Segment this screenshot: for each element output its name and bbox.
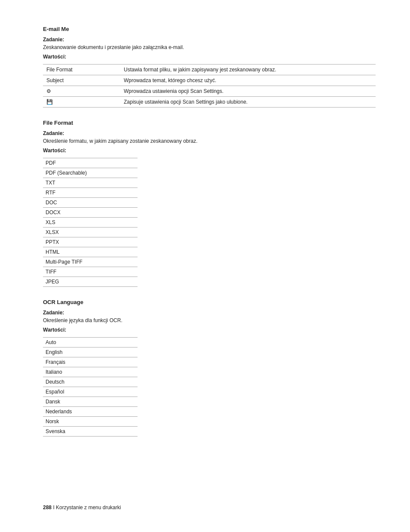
footer-text: Korzystanie z menu drukarki bbox=[56, 504, 121, 510]
list-item: PDF (Searchable) bbox=[43, 168, 138, 178]
file-format-section: File Format Zadanie: Określenie formatu,… bbox=[43, 120, 376, 287]
list-item: Auto bbox=[43, 338, 138, 347]
list-item: HTML bbox=[43, 247, 138, 257]
footer-separator: I bbox=[53, 504, 54, 510]
list-item-value: TXT bbox=[43, 178, 138, 188]
table-cell-col2: Ustawia format pliku, w jakim zapisywany… bbox=[120, 65, 376, 75]
list-item: XLS bbox=[43, 218, 138, 228]
list-item-value: English bbox=[43, 347, 138, 357]
list-item: English bbox=[43, 347, 138, 357]
table-cell-col1: Subject bbox=[43, 75, 120, 86]
list-item-value: XLS bbox=[43, 218, 138, 228]
list-item-value: TIFF bbox=[43, 267, 138, 277]
list-item: Norsk bbox=[43, 417, 138, 427]
list-item-value: Norsk bbox=[43, 417, 138, 427]
list-item: Italiano bbox=[43, 367, 138, 377]
file-format-zadanie-text: Określenie formatu, w jakim zapisany zos… bbox=[43, 138, 376, 144]
ocr-language-section: OCR Language Zadanie: Określenie języka … bbox=[43, 299, 376, 437]
list-item-value: DOC bbox=[43, 198, 138, 208]
file-format-title: File Format bbox=[43, 120, 376, 126]
ocr-language-title: OCR Language bbox=[43, 299, 376, 305]
list-item-value: Français bbox=[43, 357, 138, 367]
table-row: Subject Wprowadza temat, którego chcesz … bbox=[43, 75, 376, 86]
list-item: DOC bbox=[43, 198, 138, 208]
list-item: DOCX bbox=[43, 208, 138, 218]
list-item: XLSX bbox=[43, 228, 138, 237]
file-format-zadanie-label: Zadanie: bbox=[43, 130, 376, 136]
file-format-value-list: PDFPDF (Searchable)TXTRTFDOCDOCXXLSXLSXP… bbox=[43, 158, 138, 287]
table-cell-icon-gear: ⚙ bbox=[43, 86, 120, 97]
list-item: TIFF bbox=[43, 267, 138, 277]
ocr-language-wartosci-label: Wartości: bbox=[43, 327, 376, 333]
ocr-language-zadanie-label: Zadanie: bbox=[43, 310, 376, 316]
list-item-value: XLSX bbox=[43, 228, 138, 237]
list-item: Dansk bbox=[43, 397, 138, 407]
email-me-title: E-mail Me bbox=[43, 26, 376, 32]
list-item: TXT bbox=[43, 178, 138, 188]
list-item-value: Auto bbox=[43, 338, 138, 347]
list-item-value: Nederlands bbox=[43, 407, 138, 417]
list-item-value: JPEG bbox=[43, 277, 138, 287]
email-me-wartosci-label: Wartości: bbox=[43, 54, 376, 60]
email-me-zadanie-text: Zeskanowanie dokumentu i przesłanie jako… bbox=[43, 44, 376, 50]
gear-icon: ⚙ bbox=[46, 88, 51, 94]
list-item: PPTX bbox=[43, 237, 138, 247]
list-item: Svenska bbox=[43, 427, 138, 437]
email-me-zadanie-label: Zadanie: bbox=[43, 37, 376, 43]
list-item: RTF bbox=[43, 188, 138, 198]
list-item-value: Italiano bbox=[43, 367, 138, 377]
email-me-section: E-mail Me Zadanie: Zeskanowanie dokument… bbox=[43, 26, 376, 108]
list-item-value: PDF (Searchable) bbox=[43, 168, 138, 178]
list-item: PDF bbox=[43, 158, 138, 168]
list-item-value: Multi-Page TIFF bbox=[43, 257, 138, 267]
ocr-language-value-list: AutoEnglishFrançaisItalianoDeutschEspaño… bbox=[43, 337, 138, 437]
save-icon: 💾 bbox=[46, 99, 53, 105]
ocr-language-zadanie-text: Określenie języka dla funkcji OCR. bbox=[43, 317, 376, 323]
table-cell-col1: File Format bbox=[43, 65, 120, 75]
page-number: 288 bbox=[43, 504, 52, 510]
list-item: JPEG bbox=[43, 277, 138, 287]
list-item: Multi-Page TIFF bbox=[43, 257, 138, 267]
list-item-value: Deutsch bbox=[43, 377, 138, 387]
page-footer: 288 I Korzystanie z menu drukarki bbox=[43, 504, 121, 510]
table-row: 💾 Zapisuje ustawienia opcji Scan Setting… bbox=[43, 97, 376, 108]
table-cell-col2: Zapisuje ustawienia opcji Scan Settings … bbox=[120, 97, 376, 108]
list-item-value: RTF bbox=[43, 188, 138, 198]
email-me-table: File Format Ustawia format pliku, w jaki… bbox=[43, 64, 376, 108]
list-item-value: DOCX bbox=[43, 208, 138, 218]
table-cell-col2: Wprowadza ustawienia opcji Scan Settings… bbox=[120, 86, 376, 97]
table-row: ⚙ Wprowadza ustawienia opcji Scan Settin… bbox=[43, 86, 376, 97]
list-item: Deutsch bbox=[43, 377, 138, 387]
list-item: Nederlands bbox=[43, 407, 138, 417]
table-cell-icon-save: 💾 bbox=[43, 97, 120, 108]
list-item-value: PPTX bbox=[43, 237, 138, 247]
list-item-value: PDF bbox=[43, 158, 138, 168]
list-item-value: Svenska bbox=[43, 427, 138, 437]
table-cell-col2: Wprowadza temat, którego chcesz użyć. bbox=[120, 75, 376, 86]
list-item: Español bbox=[43, 387, 138, 397]
file-format-wartosci-label: Wartości: bbox=[43, 148, 376, 154]
list-item-value: Dansk bbox=[43, 397, 138, 407]
table-row: File Format Ustawia format pliku, w jaki… bbox=[43, 65, 376, 75]
list-item-value: Español bbox=[43, 387, 138, 397]
list-item: Français bbox=[43, 357, 138, 367]
list-item-value: HTML bbox=[43, 247, 138, 257]
